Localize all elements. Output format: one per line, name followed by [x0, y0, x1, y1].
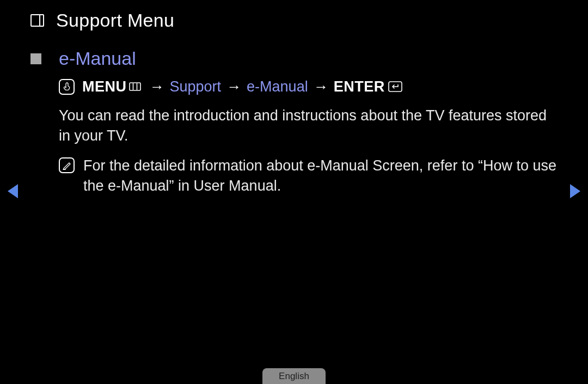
svg-rect-0 [130, 83, 140, 90]
note-row: For the detailed information about e-Man… [59, 156, 558, 196]
path-support: Support [170, 77, 222, 96]
section-header: e-Manual [30, 48, 558, 69]
nav-prev-button[interactable] [8, 184, 18, 198]
bullet-square-icon [30, 53, 41, 64]
arrow-icon: → [150, 77, 164, 96]
menu-key-label: MENU [82, 77, 127, 96]
note-icon [59, 157, 75, 173]
language-badge[interactable]: English [262, 368, 326, 384]
section: e-Manual MENU → Support [30, 48, 558, 196]
description-text: You can read the introduction and instru… [59, 106, 554, 146]
book-icon [30, 14, 44, 27]
section-title: e-Manual [59, 48, 136, 69]
enter-key-icon [388, 81, 402, 92]
language-label: English [279, 371, 309, 382]
chapter-header: Support Menu [30, 10, 174, 31]
menu-path: MENU → Support → e-Manual → ENTER [59, 77, 558, 96]
arrow-icon: → [226, 77, 241, 96]
section-body: MENU → Support → e-Manual → ENTER [59, 77, 558, 196]
note-text: For the detailed information about e-Man… [83, 156, 557, 196]
path-emanual: e-Manual [247, 77, 308, 96]
chapter-title: Support Menu [56, 10, 174, 31]
enter-key-label: ENTER [334, 77, 385, 96]
triangle-right-icon [570, 184, 580, 198]
menu-bars-icon [129, 82, 141, 91]
emanual-page: Support Menu e-Manual MENU [0, 0, 588, 384]
arrow-icon: → [314, 77, 328, 96]
nav-next-button[interactable] [570, 184, 580, 198]
triangle-left-icon [8, 184, 18, 198]
hand-press-icon [59, 79, 75, 95]
